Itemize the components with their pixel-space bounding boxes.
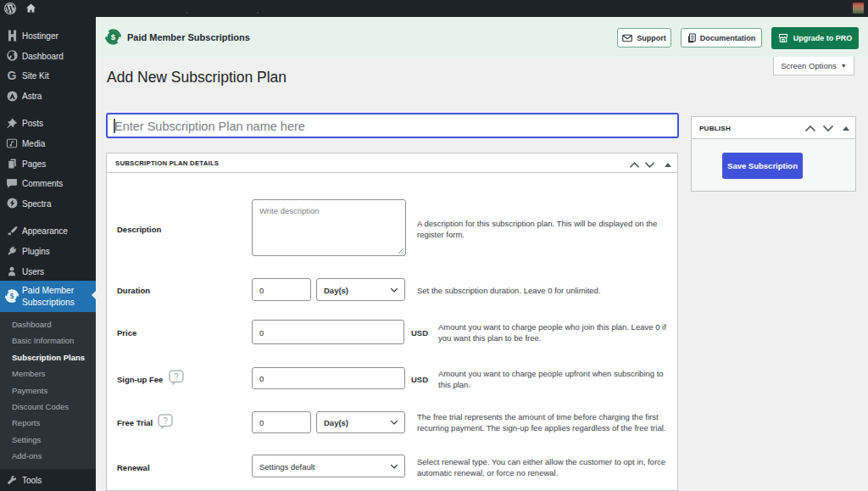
svg-text:$: $ [10, 292, 14, 300]
svg-text:?: ? [174, 372, 179, 382]
svg-text:$: $ [111, 32, 116, 42]
svg-text:?: ? [163, 416, 168, 425]
